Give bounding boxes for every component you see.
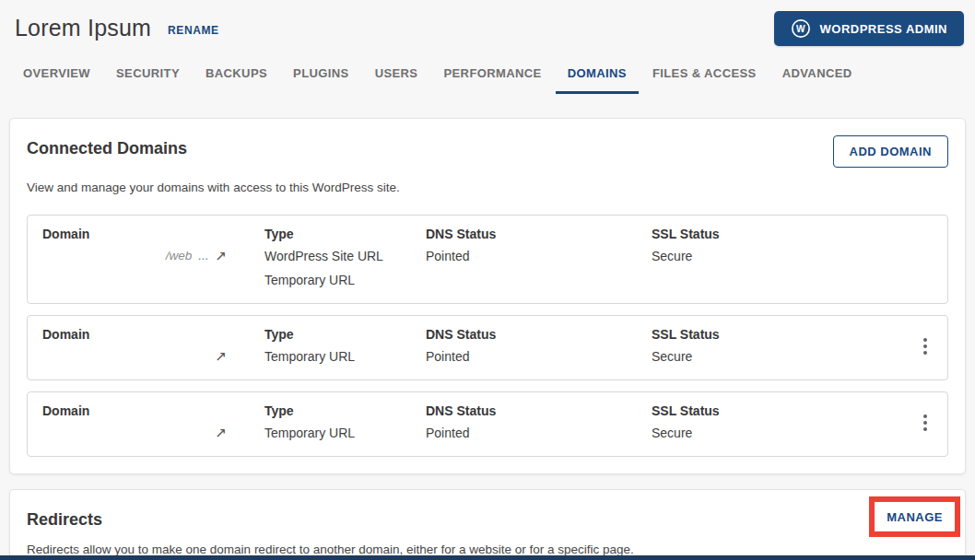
type-value: Temporary URL [264, 344, 426, 368]
dns-status-value: Pointed [426, 244, 652, 268]
ssl-column-header: SSL Status [652, 224, 903, 244]
kebab-menu-icon[interactable] [918, 409, 933, 437]
domain-path-ellipsis[interactable]: ... [198, 244, 208, 268]
ssl-status-value: Secure [652, 344, 903, 368]
ssl-cell: SSL Status Secure [652, 224, 903, 268]
domain-column-header: Domain [42, 401, 264, 421]
wordpress-icon: W [791, 18, 811, 39]
dns-status-value: Pointed [426, 421, 652, 445]
redirects-description: Redirects allow you to make one domain r… [27, 542, 948, 556]
dns-column-header: DNS Status [426, 324, 652, 344]
domain-cell: Domain ↗ [42, 324, 264, 368]
tab-users[interactable]: USERS [375, 66, 418, 94]
tab-performance[interactable]: PERFORMANCE [443, 66, 541, 94]
type-column-header: Type [264, 401, 426, 421]
type-value: Temporary URL [264, 421, 426, 445]
tab-backups[interactable]: BACKUPS [206, 66, 267, 94]
dns-cell: DNS Status Pointed [426, 401, 652, 445]
ssl-cell: SSL Status Secure [652, 401, 903, 445]
ssl-cell: SSL Status Secure [652, 324, 903, 368]
domain-row: Domain ↗ Type Temporary URL DNS Status P… [27, 391, 948, 457]
domain-row: Domain ↗ Type Temporary URL DNS Status P… [27, 315, 948, 380]
type-cell: Type WordPress Site URL Temporary URL [264, 224, 426, 292]
site-title: Lorem Ipsum [15, 15, 151, 41]
dns-column-header: DNS Status [426, 401, 652, 421]
domain-row: Domain /web... ↗ Type WordPress Site URL… [27, 215, 948, 304]
tab-files-access[interactable]: FILES & ACCESS [652, 66, 757, 94]
tab-security[interactable]: SECURITY [116, 66, 180, 94]
dns-cell: DNS Status Pointed [426, 224, 652, 268]
connected-domains-title: Connected Domains [27, 135, 187, 158]
manage-button[interactable]: MANAGE [887, 510, 943, 524]
wordpress-admin-label: WORDPRESS ADMIN [820, 22, 947, 36]
ssl-column-header: SSL Status [652, 401, 903, 421]
tab-overview[interactable]: OVERVIEW [23, 66, 90, 94]
kebab-menu-icon[interactable] [918, 332, 933, 360]
domain-cell: Domain ↗ [42, 401, 264, 445]
bottom-bar [0, 555, 975, 560]
ssl-column-header: SSL Status [652, 324, 903, 344]
ssl-status-value: Secure [652, 244, 903, 268]
external-link-icon[interactable]: ↗ [215, 244, 227, 268]
add-domain-button[interactable]: ADD DOMAIN [833, 135, 949, 168]
tab-plugins[interactable]: PLUGINS [293, 66, 349, 94]
redirects-title: Redirects [27, 507, 948, 530]
type-column-header: Type [264, 224, 426, 244]
page-header: Lorem Ipsum RENAME W WORDPRESS ADMIN [0, 0, 975, 41]
tab-advanced[interactable]: ADVANCED [782, 66, 852, 94]
tab-domains[interactable]: DOMAINS [568, 66, 627, 94]
type-value: WordPress Site URL [264, 244, 426, 268]
domain-path-text[interactable]: /web [166, 244, 193, 268]
domain-column-header: Domain [42, 224, 264, 244]
redirects-card: Redirects MANAGE Redirects allow you to … [9, 489, 966, 560]
connected-domains-card: Connected Domains ADD DOMAIN View and ma… [9, 118, 966, 474]
domain-column-header: Domain [42, 324, 264, 344]
type-cell: Type Temporary URL [264, 401, 426, 445]
dns-status-value: Pointed [426, 344, 652, 368]
connected-domains-description: View and manage your domains with access… [27, 181, 948, 194]
external-link-icon[interactable]: ↗ [215, 421, 227, 445]
type-cell: Type Temporary URL [264, 324, 426, 368]
domain-rows: Domain /web... ↗ Type WordPress Site URL… [27, 215, 948, 457]
tab-bar: OVERVIEW SECURITY BACKUPS PLUGINS USERS … [0, 66, 975, 95]
rename-button[interactable]: RENAME [168, 24, 219, 37]
dns-cell: DNS Status Pointed [426, 324, 652, 368]
external-link-icon[interactable]: ↗ [215, 344, 227, 368]
ssl-status-value: Secure [652, 421, 903, 445]
dns-column-header: DNS Status [426, 224, 652, 244]
manage-button-highlight: MANAGE [869, 496, 960, 537]
wordpress-admin-button[interactable]: W WORDPRESS ADMIN [774, 11, 964, 46]
domain-cell: Domain /web... ↗ [42, 224, 264, 268]
type-value: Temporary URL [264, 268, 426, 292]
svg-text:W: W [796, 24, 805, 34]
type-column-header: Type [264, 324, 426, 344]
